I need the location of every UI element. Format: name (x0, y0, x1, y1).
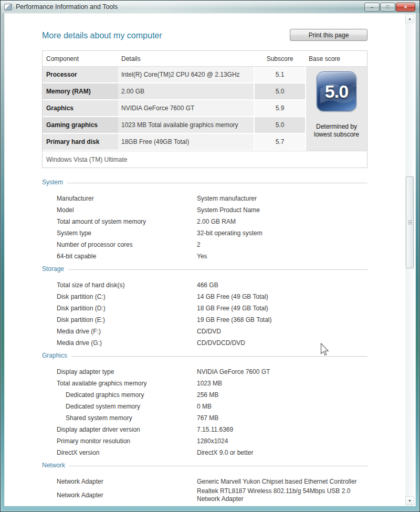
spec-row: Total amount of system memory2.00 GB RAM (42, 216, 368, 227)
spec-row: Primary monitor resolution1280x1024 (42, 435, 368, 447)
spec-value: Generic Marvell Yukon Chipset based Ethe… (197, 478, 368, 486)
spec-value: 1023 MB (197, 380, 368, 388)
base-score-value: 5.0 (325, 81, 348, 102)
spec-row: ModelSystem Product Name (42, 204, 368, 216)
spec-value: 19 GB Free (368 GB Total) (197, 316, 368, 324)
spec-value: DirectX 9.0 or better (197, 449, 368, 457)
table-cell-component: Graphics (43, 100, 118, 117)
spec-value: 767 MB (197, 414, 368, 422)
minimize-button[interactable]: – (364, 3, 380, 12)
column-header-details: Details (118, 51, 254, 67)
section-divider (69, 466, 368, 466)
spec-row: Media drive (G:)CD/DVDCD/DVD (42, 337, 368, 349)
section-divider (68, 269, 368, 270)
close-button[interactable]: × (396, 3, 415, 12)
table-cell-component: Gaming graphics (43, 117, 118, 134)
spec-row: Display adapter driver version7.15.11.63… (42, 424, 368, 435)
vertical-scrollbar[interactable]: ▲ ▼ (405, 14, 414, 505)
spec-label: Disk partition (D:) (57, 305, 197, 312)
scroll-up-button[interactable]: ▲ (405, 14, 414, 23)
spec-row: Dedicated system memory0 MB (42, 401, 368, 412)
spec-value: 256 MB (197, 391, 368, 399)
section-divider (71, 356, 368, 357)
spec-label: Total available graphics memory (57, 380, 197, 388)
spec-row: ManufacturerSystem manufacturer (42, 193, 368, 204)
spec-value: Realtek RTL8187 Wireless 802.11b/g 54Mbp… (197, 487, 368, 503)
spec-row: Network AdapterRealtek RTL8187 Wireless … (42, 487, 368, 503)
spec-row: Disk partition (C:)14 GB Free (49 GB Tot… (42, 291, 368, 302)
spec-value: 32-bit operating system (197, 229, 368, 237)
spec-label: Number of processor cores (57, 241, 197, 249)
table-cell-details: 2.00 GB (118, 83, 254, 100)
scroll-down-button[interactable]: ▼ (405, 496, 414, 505)
spec-value: 466 GB (197, 281, 368, 289)
spec-row: DirectX versionDirectX 9.0 or better (42, 447, 368, 458)
scrollbar-thumb[interactable] (406, 176, 414, 268)
base-score-badge: 5.0 (317, 71, 356, 111)
scrollbar-grip-icon (408, 221, 412, 225)
content-area: More details about my computer Print thi… (4, 13, 416, 506)
spec-row: Disk partition (D:)18 GB Free (49 GB Tot… (42, 302, 368, 314)
spec-row: 64-bit capableYes (42, 250, 368, 262)
section-title: Graphics (42, 352, 71, 359)
table-cell-subscore: 5.0 (254, 117, 306, 134)
score-table: Component Details Subscore Base score Pr… (42, 50, 368, 168)
spec-label: Model (57, 206, 197, 214)
app-icon (4, 4, 12, 11)
spec-value: 0 MB (197, 403, 368, 411)
app-window: Performance Information and Tools – □ × … (0, 0, 420, 512)
print-button[interactable]: Print this page (290, 29, 368, 41)
table-cell-details: Intel(R) Core(TM)2 CPU 6420 @ 2.13GHz (118, 67, 254, 83)
table-cell-component: Memory (RAM) (43, 83, 118, 100)
spec-value: System manufacturer (197, 195, 368, 203)
spec-value: 2.00 GB RAM (197, 218, 368, 226)
table-cell-subscore: 5.1 (254, 67, 306, 83)
spec-row: Media drive (F:)CD/DVD (42, 326, 368, 337)
table-cell-subscore: 5.9 (254, 100, 306, 117)
spec-label: Shared system memory (66, 414, 197, 422)
section-title: Storage (42, 265, 68, 273)
spec-value: 2 (197, 241, 368, 249)
spec-label: Disk partition (C:) (57, 293, 197, 301)
section-title: Network (42, 462, 69, 469)
table-cell-component: Primary hard disk (43, 134, 118, 151)
table-cell-details: NVIDIA GeForce 7600 GT (118, 100, 254, 117)
table-cell-details: 18GB Free (49GB Total) (118, 134, 254, 151)
spec-value: Yes (197, 253, 368, 260)
section-title: System (42, 179, 67, 186)
spec-label: Dedicated system memory (66, 403, 197, 411)
spec-label: DirectX version (57, 449, 197, 457)
titlebar[interactable]: Performance Information and Tools – □ × (1, 1, 419, 13)
scrollbar-track[interactable] (405, 23, 414, 496)
column-header-base-score: Base score (306, 51, 367, 67)
section-system: System ManufacturerSystem manufacturer M… (42, 179, 368, 262)
spec-value: CD/DVDCD/DVD (197, 339, 368, 347)
base-score-note: Determined by lowest subscore (307, 123, 366, 139)
spec-label: Media drive (F:) (57, 328, 197, 336)
spec-row: Number of processor cores2 (42, 239, 368, 250)
spec-value: 1280x1024 (197, 437, 368, 445)
spec-label: Network Adapter (57, 492, 197, 499)
spec-row: Display adapter typeNVIDIA GeForce 7600 … (42, 366, 368, 378)
spec-row: Total size of hard disk(s)466 GB (42, 279, 368, 291)
spec-label: 64-bit capable (57, 253, 197, 260)
close-icon: × (404, 4, 407, 10)
section-graphics: Graphics Display adapter typeNVIDIA GeFo… (42, 352, 368, 458)
maximize-button[interactable]: □ (380, 3, 395, 12)
spec-label: Network Adapter (57, 478, 197, 486)
window-controls: – □ × (364, 3, 415, 12)
spec-value: System Product Name (197, 206, 368, 214)
spec-label: Total amount of system memory (57, 218, 197, 226)
spec-label: Display adapter driver version (57, 426, 197, 434)
spec-label: System type (57, 229, 197, 237)
spec-label: Display adapter type (57, 368, 197, 376)
table-cell-details: 1023 MB Total available graphics memory (118, 117, 254, 134)
spec-label: Disk partition (E:) (57, 316, 197, 324)
spec-label: Dedicated graphics memory (66, 391, 197, 399)
spec-value: 18 GB Free (49 GB Total) (197, 305, 368, 312)
spec-value: NVIDIA GeForce 7600 GT (197, 368, 368, 376)
spec-row: Total available graphics memory1023 MB (42, 378, 368, 389)
spec-value: 14 GB Free (49 GB Total) (197, 293, 368, 301)
table-cell-subscore: 5.0 (254, 83, 306, 100)
spec-row: Disk partition (E:)19 GB Free (368 GB To… (42, 314, 368, 326)
